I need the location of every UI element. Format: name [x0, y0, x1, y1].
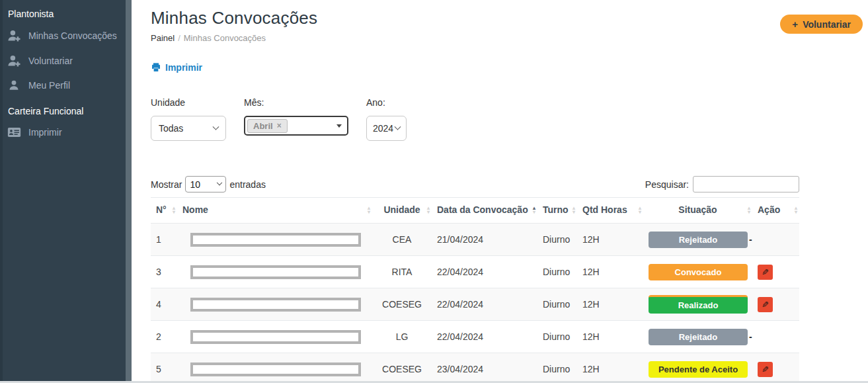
sidebar-divider: [126, 0, 132, 383]
sort-arrows-icon[interactable]: ▴▾: [368, 206, 370, 214]
filter-ano: Ano: 2024: [366, 97, 407, 141]
user-plus-icon: [7, 29, 21, 42]
sort-arrows-icon[interactable]: ▴▾: [639, 206, 641, 214]
sort-arrows-icon[interactable]: ▴▾: [748, 206, 750, 214]
sort-arrows-icon[interactable]: ▴▾: [533, 206, 535, 214]
edit-button[interactable]: ✎: [758, 297, 773, 312]
voluntariar-button[interactable]: + Voluntariar: [780, 15, 863, 34]
column-header-n-[interactable]: N°▴▾: [151, 198, 177, 224]
breadcrumb-root[interactable]: Painel: [151, 33, 175, 43]
edit-button[interactable]: ✎: [758, 265, 773, 280]
ano-label: Ano:: [366, 97, 407, 108]
sort-arrows-icon[interactable]: ▴▾: [572, 206, 575, 214]
page-title: Minhas Convocações: [151, 8, 317, 28]
filter-mes: Mês: Abril ×: [244, 97, 348, 136]
chevron-down-icon: [395, 123, 401, 130]
table-row: 3 RITA 22/04/2024 Diurno 12H Convocado ✎: [151, 256, 799, 288]
filters-bar: Unidade Todas Mês: Abril × Ano:: [151, 97, 864, 141]
sidebar-item-label: Imprimir: [28, 127, 62, 138]
ano-select[interactable]: 2024: [366, 116, 407, 141]
column-header-label: Nome: [182, 204, 208, 215]
sidebar-item-imprimir[interactable]: Imprimir: [3, 120, 126, 144]
sidebar-section-header: Plantonista: [3, 0, 126, 23]
situacao-cell: Rejeitado: [643, 321, 752, 353]
breadcrumb-current: Minhas Convocações: [184, 33, 266, 43]
column-header-turno[interactable]: Turno▴▾: [537, 198, 577, 224]
acao-cell: ✎: [752, 353, 799, 383]
turno-cell: Diurno: [537, 224, 577, 256]
situacao-cell: Convocado: [643, 256, 752, 288]
voluntariar-button-label: Voluntariar: [803, 19, 851, 30]
status-badge: Convocado: [649, 264, 748, 280]
unidade-label: Unidade: [151, 97, 226, 108]
title-block: Minhas Convocações Painel/Minhas Convoca…: [151, 8, 317, 43]
nome-cell: [177, 224, 372, 256]
data-convocacao-cell: 22/04/2024: [432, 288, 537, 321]
breadcrumb: Painel/Minhas Convocações: [151, 33, 317, 43]
qtd-horas-cell: 12H: [577, 224, 643, 256]
mes-label: Mês:: [244, 97, 348, 108]
column-header-unidade[interactable]: Unidade▴▾: [372, 198, 432, 224]
turno-cell: Diurno: [537, 256, 577, 288]
sort-arrows-icon[interactable]: ▴▾: [427, 206, 430, 214]
status-badge: Rejeitado: [649, 329, 748, 345]
status-badge: Pendente de Aceito: [649, 361, 748, 378]
sidebar-item-label: Minhas Convocações: [28, 30, 117, 41]
user-plus-icon: [7, 54, 21, 67]
acao-cell: ✎: [752, 256, 799, 288]
search-input[interactable]: [693, 176, 799, 192]
column-header-label: Data da Convocação: [437, 204, 528, 215]
table-controls: Mostrar 10 entradas Pesquisar:: [151, 176, 799, 192]
qtd-horas-cell: 12H: [577, 353, 643, 383]
print-link-label: Imprimir: [165, 62, 202, 73]
sidebar-item-minhas-convoca-es[interactable]: Minhas Convocações: [3, 23, 126, 48]
page-header: Minhas Convocações Painel/Minhas Convoca…: [151, 8, 864, 43]
chevron-down-icon: [213, 123, 219, 130]
edit-button[interactable]: ✎: [758, 362, 773, 377]
column-header-situa-o[interactable]: Situação▴▾: [643, 198, 752, 224]
sort-arrows-icon[interactable]: ▴▾: [173, 206, 175, 214]
sidebar-item-label: Meu Perfil: [28, 80, 70, 91]
user-icon: [7, 79, 21, 91]
table-row: 1 CEA 21/04/2024 Diurno 12H Rejeitado - …: [151, 224, 799, 256]
remove-tag-icon[interactable]: ×: [277, 121, 282, 130]
nome-cell: [177, 256, 372, 288]
page-length-value: 10: [190, 179, 200, 190]
column-header-label: N°: [156, 204, 167, 215]
pencil-icon: ✎: [762, 267, 769, 277]
turno-cell: Diurno: [537, 353, 577, 383]
column-header-a-o[interactable]: Ação▴▾: [752, 198, 799, 224]
row-number-cell: 5: [151, 353, 177, 383]
plus-icon: +: [792, 19, 798, 30]
search-label: Pesquisar:: [645, 179, 689, 190]
data-convocacao-cell: 23/04/2024: [432, 353, 537, 383]
sidebar-section-header: Carteira Funcional: [3, 97, 126, 120]
turno-cell: Diurno: [537, 321, 577, 353]
sidebar-item-voluntariar[interactable]: Voluntariar: [3, 48, 126, 73]
no-action-dash: -: [749, 234, 752, 245]
column-header-data-da-convoca-o[interactable]: Data da Convocação▴▾: [432, 198, 537, 224]
unidade-select[interactable]: Todas: [151, 116, 226, 141]
page-length-control: Mostrar 10 entradas: [151, 176, 266, 192]
sidebar-item-meu-perfil[interactable]: Meu Perfil: [3, 73, 126, 97]
column-header-qtd-horas[interactable]: Qtd Horas▴▾: [577, 198, 643, 224]
acao-cell: - ✎: [752, 224, 799, 256]
sort-arrows-icon[interactable]: ▴▾: [795, 206, 797, 214]
page-length-select[interactable]: 10: [185, 176, 226, 192]
print-link[interactable]: Imprimir: [151, 62, 202, 73]
column-header-nome[interactable]: Nome▴▾: [177, 198, 372, 224]
redacted-name-box: [190, 330, 361, 344]
chevron-down-icon: [217, 179, 222, 185]
unidade-cell: LG: [372, 321, 432, 353]
row-number-cell: 2: [151, 321, 177, 353]
mes-multiselect[interactable]: Abril ×: [244, 116, 348, 136]
unidade-cell: COESEG: [372, 353, 432, 383]
data-convocacao-cell: 21/04/2024: [432, 224, 537, 256]
nome-cell: [177, 321, 372, 353]
acao-cell: - ✎: [752, 321, 799, 353]
nome-cell: [177, 288, 372, 321]
sidebar: PlantonistaMinhas ConvocaçõesVoluntariar…: [0, 0, 126, 383]
acao-cell: ✎: [752, 288, 799, 321]
convocacoes-table: N°▴▾Nome▴▾Unidade▴▾Data da Convocação▴▾T…: [151, 197, 799, 383]
pencil-icon: ✎: [762, 300, 769, 310]
